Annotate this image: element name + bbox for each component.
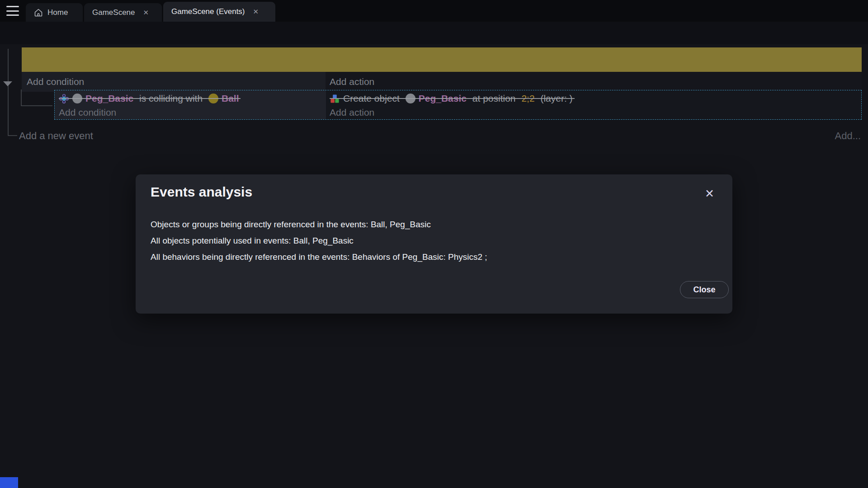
tab-label: GameScene (Events) xyxy=(171,7,245,16)
add-new-event-link[interactable]: Add a new event xyxy=(19,130,93,142)
conditions-column: Peg_Basic is colliding with Ball Add con… xyxy=(55,90,326,119)
gdevelop-app: Home GameScene ✕ GameScene (Events) ✕ xyxy=(0,0,868,488)
collapse-caret-icon xyxy=(3,81,12,86)
menu-icon[interactable] xyxy=(6,6,19,16)
analysis-line: All objects potentially used in events: … xyxy=(151,233,487,249)
action-text: at position xyxy=(470,93,518,104)
action-value: 2;2 xyxy=(521,93,534,104)
close-icon[interactable]: ✕ xyxy=(253,8,259,16)
collision-condition-icon xyxy=(59,94,69,104)
corner-widget[interactable] xyxy=(0,477,18,488)
peg-basic-object-icon xyxy=(72,94,82,103)
ball-object-icon xyxy=(208,94,218,103)
toolbar: Preview Publish xyxy=(0,22,868,44)
condition-row[interactable]: Peg_Basic is colliding with Ball xyxy=(59,91,326,106)
action-object: Peg_Basic xyxy=(419,93,467,104)
condition-object2: Ball xyxy=(222,93,239,104)
close-icon[interactable]: ✕ xyxy=(703,185,716,202)
condition-text: is colliding with xyxy=(137,93,205,104)
tab-gamescene-events[interactable]: GameScene (Events) ✕ xyxy=(163,2,275,22)
dialog-title: Events analysis xyxy=(151,184,252,200)
close-icon[interactable]: ✕ xyxy=(143,9,149,17)
tab-home[interactable]: Home xyxy=(26,3,83,22)
analysis-line: Objects or groups being directly referen… xyxy=(151,216,487,233)
analysis-line: All behaviors being directly referenced … xyxy=(151,249,487,265)
condition-object1: Peg_Basic xyxy=(85,93,133,104)
selected-sub-event[interactable]: Peg_Basic is colliding with Ball Add con… xyxy=(54,90,862,120)
action-verb: Create object xyxy=(343,93,402,104)
add-condition-link[interactable]: Add condition xyxy=(59,106,326,119)
tab-bar: Home GameScene ✕ GameScene (Events) ✕ xyxy=(0,0,868,22)
action-row[interactable]: Create object Peg_Basic at position 2;2 … xyxy=(330,91,861,106)
add-more-link[interactable]: Add... xyxy=(835,130,861,142)
close-button[interactable]: Close xyxy=(680,281,729,298)
add-action-link[interactable]: Add action xyxy=(326,72,862,92)
peg-basic-object-icon xyxy=(406,94,415,103)
actions-column: Create object Peg_Basic at position 2;2 … xyxy=(326,90,861,119)
tab-label: GameScene xyxy=(92,8,135,17)
add-action-link[interactable]: Add action xyxy=(330,106,861,119)
tab-gamescene[interactable]: GameScene ✕ xyxy=(84,3,162,22)
events-analysis-dialog: Events analysis ✕ Objects or groups bein… xyxy=(136,174,732,314)
add-condition-link[interactable]: Add condition xyxy=(22,72,326,92)
create-object-action-icon xyxy=(330,94,340,104)
selected-event-bar[interactable] xyxy=(22,47,862,72)
action-suffix: (layer: ) xyxy=(538,93,573,104)
tab-label: Home xyxy=(47,8,68,17)
home-icon xyxy=(34,8,43,17)
